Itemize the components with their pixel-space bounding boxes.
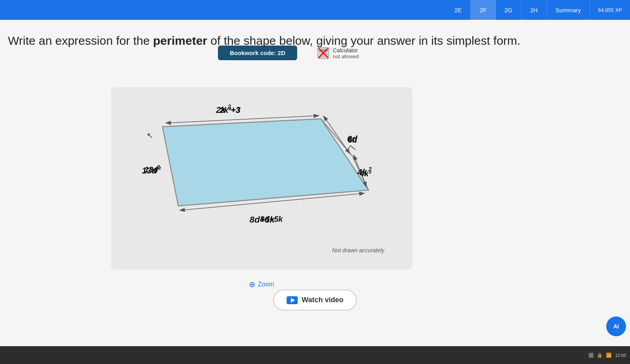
zoom-button[interactable]: ⊕ Zoom (249, 280, 274, 289)
svg-text:2k: 2k (216, 105, 226, 115)
taskbar-icon-2[interactable]: 🔒 (597, 353, 603, 358)
svg-text:4k: 4k (357, 167, 368, 177)
zoom-icon: ⊕ (249, 280, 256, 289)
svg-text:6d: 6d (347, 134, 357, 144)
svg-marker-10 (162, 119, 368, 206)
video-icon (286, 296, 298, 304)
watch-video-button[interactable]: Watch video (273, 290, 357, 311)
bold-perimeter: perimeter (153, 34, 207, 47)
svg-text:2: 2 (157, 164, 160, 170)
tab-2E[interactable]: 2E (446, 0, 471, 20)
ai-button[interactable]: AI (606, 316, 626, 336)
shape-svg: 2k²+3 13d² 6d 4k² 8d+5k 2k 2 +3 13d (131, 103, 400, 246)
svg-text:13d: 13d (142, 166, 157, 175)
taskbar-icon-1[interactable]: ⊞ (588, 351, 594, 359)
not-drawn-label: Not drawn accurately (332, 247, 384, 253)
svg-text:2: 2 (368, 166, 372, 172)
question-text: Write an expression for the perimeter of… (0, 32, 590, 50)
tab-2G[interactable]: 2G (496, 0, 521, 20)
taskbar: ⊞ 🔒 📶 12:00 (0, 346, 630, 364)
shape-diagram-container: 2k²+3 13d² 6d 4k² 8d+5k 2k 2 +3 13d (111, 87, 412, 269)
top-navigation-bar: 2E 2F 2G 2H Summary 64,855 XP (0, 0, 630, 20)
taskbar-time: 12:00 (615, 353, 626, 358)
svg-text:8d+5k: 8d+5k (250, 215, 275, 225)
svg-rect-2 (319, 53, 321, 55)
tab-2H[interactable]: 2H (521, 0, 547, 20)
nav-tabs: 2E 2F 2G 2H Summary (446, 0, 590, 20)
xp-display: 64,855 XP (598, 7, 622, 13)
svg-rect-4 (325, 53, 328, 55)
svg-text:+3: +3 (231, 105, 241, 115)
tab-summary[interactable]: Summary (547, 0, 590, 20)
svg-rect-6 (322, 56, 325, 57)
tab-2F[interactable]: 2F (471, 0, 496, 20)
taskbar-icon-3[interactable]: 📶 (606, 353, 612, 358)
shape-svg-area: 2k²+3 13d² 6d 4k² 8d+5k 2k 2 +3 13d (131, 103, 392, 253)
main-content: Bookwork code: 2D Calculato (0, 20, 630, 364)
